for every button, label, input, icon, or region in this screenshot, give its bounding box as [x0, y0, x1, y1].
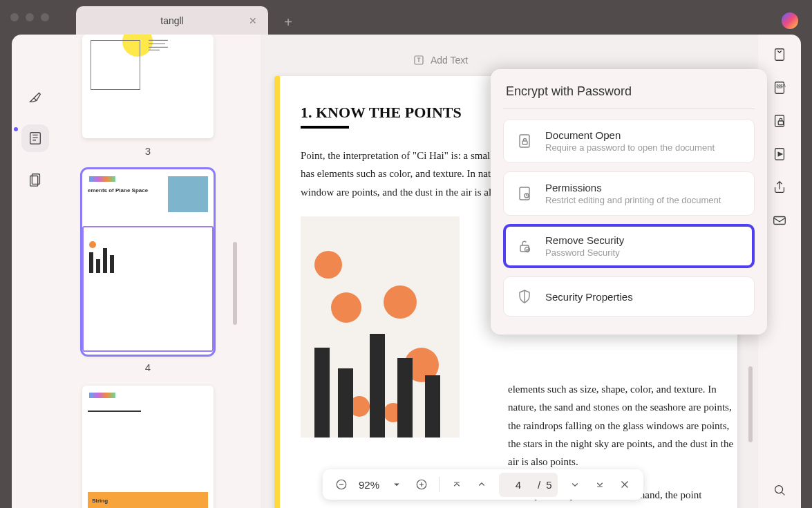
app-frame: ▬▬▬▬▬▬▬▬▬▬▬▬▬▬▬▬▬▬▬▬▬▬▬▬ 3 ements of Pla…: [12, 35, 801, 508]
thumb-scrollbar[interactable]: [233, 242, 237, 325]
window-close[interactable]: [10, 13, 19, 21]
pages-icon[interactable]: [21, 166, 49, 194]
add-text-button[interactable]: Add Text: [413, 54, 468, 66]
lock-file-icon[interactable]: [772, 113, 787, 129]
highlighter-icon[interactable]: [21, 83, 49, 111]
thumbnail-3[interactable]: ▬▬▬▬▬▬▬▬▬▬▬▬▬▬▬▬▬▬▬▬▬▬▬▬ 3: [59, 35, 237, 157]
security-properties-button[interactable]: Security Properties: [503, 276, 755, 317]
remove-security-button[interactable]: Remove Security Password Security: [503, 224, 755, 268]
left-sidebar: [12, 35, 59, 508]
props-title: Security Properties: [545, 291, 633, 303]
perm-sub: Restrict editing and printing of the doc…: [545, 195, 721, 205]
svg-rect-6: [775, 49, 784, 61]
thumb-number-3: 3: [145, 145, 151, 157]
content-scrollbar[interactable]: [748, 366, 753, 442]
document-open-button[interactable]: Document Open Require a password to open…: [503, 119, 755, 163]
window-minimize[interactable]: [26, 13, 34, 21]
remove-title: Remove Security: [545, 234, 624, 246]
zoom-toolbar: 92% / 5: [323, 469, 643, 500]
panel-title: Encrypt with Password: [503, 84, 755, 99]
close-tab-icon[interactable]: ✕: [249, 15, 257, 26]
perm-title: Permissions: [545, 182, 721, 194]
svg-rect-12: [774, 217, 786, 225]
share-icon[interactable]: [772, 180, 787, 195]
heading-underline: [301, 126, 349, 129]
pdfa-icon[interactable]: PDF/A: [772, 80, 787, 95]
prev-page-button[interactable]: [474, 477, 489, 492]
titlebar: tangll ✕ +: [0, 0, 812, 35]
svg-rect-0: [30, 133, 41, 144]
zoom-dropdown[interactable]: [389, 477, 404, 492]
zoom-level: 92%: [359, 479, 379, 491]
permissions-button[interactable]: Permissions Restrict editing and printin…: [503, 171, 755, 216]
zoom-out-button[interactable]: [334, 477, 349, 492]
document-tab[interactable]: tangll ✕: [76, 6, 268, 35]
next-page-button[interactable]: [567, 477, 583, 492]
thumbnail-5[interactable]: ▬▬▬▬▬▬▬▬▬▬▬ String: [59, 386, 237, 508]
left-sidebar-bottom: [12, 460, 59, 498]
play-file-icon[interactable]: [772, 147, 787, 162]
search-icon[interactable]: [772, 482, 787, 498]
first-page-button[interactable]: [449, 477, 464, 492]
permissions-icon: [515, 184, 534, 203]
thumbnail-panel[interactable]: ▬▬▬▬▬▬▬▬▬▬▬▬▬▬▬▬▬▬▬▬▬▬▬▬ 3 ements of Pla…: [59, 35, 237, 508]
thumb-number-4: 4: [145, 361, 151, 373]
zoombar-divider: [439, 477, 440, 492]
page-total: 5: [546, 479, 551, 491]
zoom-in-button[interactable]: [414, 477, 429, 492]
remove-sub: Password Security: [545, 247, 624, 258]
indicator-dot: [14, 127, 18, 131]
doc-open-title: Document Open: [545, 129, 715, 141]
svg-point-13: [775, 486, 783, 493]
window-maximize[interactable]: [41, 13, 49, 21]
page-indicator: / 5: [499, 473, 558, 497]
shield-icon: [515, 287, 534, 306]
encrypt-panel: Encrypt with Password Document Open Requ…: [491, 69, 767, 335]
add-text-label: Add Text: [431, 55, 468, 66]
tab-title: tangll: [160, 15, 183, 26]
crop-icon[interactable]: [772, 47, 787, 62]
close-zoombar-button[interactable]: [617, 477, 632, 492]
last-page-button[interactable]: [592, 477, 607, 492]
doc-open-sub: Require a password to open the document: [545, 142, 715, 153]
lock-document-icon: [515, 131, 534, 151]
svg-rect-15: [522, 141, 527, 144]
mail-icon[interactable]: [772, 213, 787, 228]
avatar[interactable]: [782, 12, 798, 29]
page-image: [301, 216, 460, 438]
thumbnail-4[interactable]: ements of Plane Space 4: [59, 169, 237, 373]
traffic-lights: [10, 13, 49, 21]
svg-rect-10: [778, 121, 783, 125]
page-input[interactable]: [504, 476, 532, 494]
thumbnails-icon[interactable]: [21, 124, 49, 152]
panel-divider: [503, 109, 755, 109]
new-tab-button[interactable]: +: [280, 14, 296, 30]
page-separator: /: [538, 479, 540, 491]
paragraph-2: elements such as size, shape, color, and…: [508, 380, 736, 471]
unlock-icon: [515, 236, 534, 256]
svg-text:PDF/A: PDF/A: [776, 84, 786, 88]
thumb5-string: String: [88, 492, 208, 508]
